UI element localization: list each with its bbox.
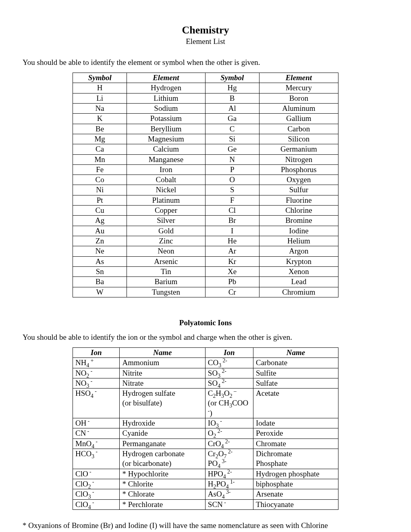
table-cell: Krypton <box>259 256 338 266</box>
ion-name: Sulfite <box>253 368 338 378</box>
ion-name: biphosphate <box>253 479 338 489</box>
table-row: NaSodiumAlAluminum <box>73 103 338 113</box>
table-row: ClO4 -* PerchlorateSCN -Thiocyanate <box>73 499 338 509</box>
table-cell: Manganese <box>127 154 205 164</box>
ion-formula: NO3 - <box>73 378 120 388</box>
ion-name: Arsenate <box>253 489 338 499</box>
ion-formula: NH4 + <box>73 358 120 368</box>
table-cell: Zn <box>73 236 127 246</box>
table-cell: Potassium <box>127 114 205 124</box>
table-cell: F <box>205 195 259 205</box>
ion-formula: H2PO4 1- <box>205 479 253 489</box>
table-cell: Xe <box>205 266 259 276</box>
table-cell: Gallium <box>259 114 338 124</box>
ion-formula: CN - <box>73 428 120 438</box>
table-row: BeBerylliumCCarbon <box>73 124 338 134</box>
col-header: Symbol <box>73 73 127 83</box>
table-cell: He <box>205 236 259 246</box>
table-cell: Lead <box>259 277 338 287</box>
table-row: NO3 -NitrateSO4 2-Sulfate <box>73 378 338 388</box>
table-row: AsArsenicKrKrypton <box>73 256 338 266</box>
table-cell: Hg <box>205 83 259 93</box>
ion-formula: MnO4 - <box>73 438 120 449</box>
ion-name: Thiocyanate <box>253 499 338 509</box>
table-cell: Fe <box>73 164 127 175</box>
table-cell: O <box>205 175 259 185</box>
table-cell: Helium <box>259 236 338 246</box>
table-row: OH -HydroxideIO3 -Iodate <box>73 418 338 428</box>
table-cell: Pt <box>73 195 127 205</box>
table-cell: Nitrogen <box>259 154 338 164</box>
table-cell: C <box>205 124 259 134</box>
table-row: NiNickelSSulfur <box>73 185 338 195</box>
ion-formula: Cr2O7 2-PO4 3- <box>205 449 253 469</box>
table-cell: Cu <box>73 206 127 216</box>
table-cell: W <box>73 287 127 297</box>
col-header: Name <box>120 347 205 357</box>
table-row: ClO3 -* ChlorateAsO4 3-Arsenate <box>73 489 338 499</box>
table-cell: Phosphorus <box>259 164 338 175</box>
table-cell: As <box>73 256 127 266</box>
table-row: WTungstenCrChromium <box>73 287 338 297</box>
ion-name: Hydroxide <box>120 418 205 428</box>
table-cell: Sodium <box>127 103 205 113</box>
table-row: SnTinXeXenon <box>73 266 338 276</box>
table-cell: Au <box>73 226 127 236</box>
table-cell: Argon <box>259 246 338 256</box>
table-header-row: Ion Name Ion Name <box>73 347 338 357</box>
table-cell: Iron <box>127 164 205 175</box>
col-header: Ion <box>73 347 120 357</box>
intro-text-2: You should be able to identify the ion o… <box>23 333 388 342</box>
table-cell: Fluorine <box>259 195 338 205</box>
table-cell: Carbon <box>259 124 338 134</box>
table-cell: Na <box>73 103 127 113</box>
ion-name: Sulfate <box>253 378 338 388</box>
ion-formula: OH - <box>73 418 120 428</box>
ion-formula: SO4 2- <box>205 378 253 388</box>
table-cell: Cl <box>205 206 259 216</box>
table-row: BaBariumPbLead <box>73 277 338 287</box>
table-cell: Co <box>73 175 127 185</box>
table-cell: Lithium <box>127 93 205 103</box>
table-cell: N <box>205 154 259 164</box>
table-cell: Chlorine <box>259 206 338 216</box>
table-cell: Mn <box>73 154 127 164</box>
table-cell: Silver <box>127 216 205 226</box>
table-cell: Silicon <box>259 134 338 144</box>
table-cell: Nickel <box>127 185 205 195</box>
table-cell: Ba <box>73 277 127 287</box>
table-cell: Be <box>73 124 127 134</box>
ion-name: Nitrate <box>120 378 205 388</box>
table-row: KPotassiumGaGallium <box>73 114 338 124</box>
table-cell: Kr <box>205 256 259 266</box>
ions-table: Ion Name Ion Name NH4 +AmmoniumCO3 2-Car… <box>73 347 338 510</box>
table-cell: Ca <box>73 144 127 154</box>
table-row: MnO4 -PermanganateCrO4 2-Chromate <box>73 438 338 449</box>
table-cell: Ag <box>73 216 127 226</box>
table-cell: Li <box>73 93 127 103</box>
ion-name: Cyanide <box>120 428 205 438</box>
ion-formula: CO3 2- <box>205 358 253 368</box>
table-row: AuGoldIIodine <box>73 226 338 236</box>
table-cell: Zinc <box>127 236 205 246</box>
table-cell: Ge <box>205 144 259 154</box>
table-cell: Ne <box>73 246 127 256</box>
ion-name: Iodate <box>253 418 338 428</box>
ions-heading: Polyatomic Ions <box>23 318 388 327</box>
col-header: Ion <box>205 347 253 357</box>
ion-name: * Perchlorate <box>120 499 205 509</box>
ion-formula: SCN - <box>205 499 253 509</box>
table-row: HCO3 -Hydrogen carbonate(or bicarbonate)… <box>73 449 338 469</box>
table-cell: Al <box>205 103 259 113</box>
ion-formula: NO2 - <box>73 368 120 378</box>
ion-formula: ClO4 - <box>73 499 120 509</box>
table-row: AgSilverBrBromine <box>73 216 338 226</box>
table-cell: Germanium <box>259 144 338 154</box>
table-row: MgMagnesiumSiSilicon <box>73 134 338 144</box>
ion-formula: HCO3 - <box>73 449 120 469</box>
table-row: FeIronPPhosphorus <box>73 164 338 175</box>
ion-formula: SO3 2- <box>205 368 253 378</box>
table-cell: Barium <box>127 277 205 287</box>
table-row: CuCopperClChlorine <box>73 206 338 216</box>
ion-name: Hydrogen carbonate(or bicarbonate) <box>120 449 205 469</box>
